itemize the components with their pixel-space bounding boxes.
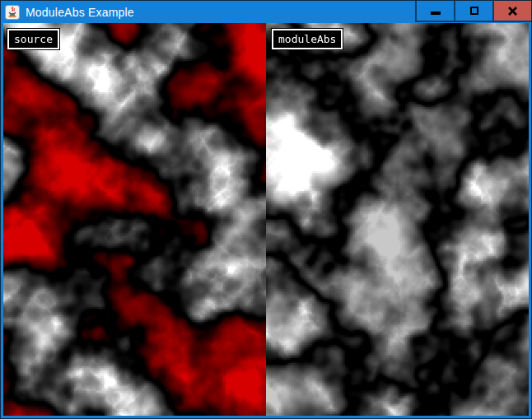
- window-title: ModuleAbs Example: [26, 6, 134, 19]
- minimize-icon: [431, 12, 441, 15]
- panel-moduleabs: moduleAbs: [266, 23, 529, 416]
- minimize-button[interactable]: [415, 1, 454, 22]
- moduleabs-label: moduleAbs: [272, 29, 343, 49]
- close-icon: [507, 6, 518, 16]
- window-controls: [415, 1, 531, 22]
- close-button[interactable]: [492, 1, 531, 22]
- java-coffee-cup-icon[interactable]: [5, 5, 20, 20]
- titlebar[interactable]: ModuleAbs Example: [1, 1, 531, 23]
- source-label-text: source: [14, 33, 53, 45]
- moduleabs-label-text: moduleAbs: [278, 33, 336, 45]
- render-area: source moduleAbs: [3, 23, 529, 416]
- source-noise-image: [3, 23, 266, 416]
- source-label: source: [7, 29, 59, 49]
- app-window: ModuleAbs Example source mod: [0, 0, 532, 419]
- maximize-button[interactable]: [454, 1, 492, 22]
- moduleabs-noise-image: [266, 23, 529, 416]
- maximize-icon: [470, 7, 478, 15]
- panel-source: source: [3, 23, 266, 416]
